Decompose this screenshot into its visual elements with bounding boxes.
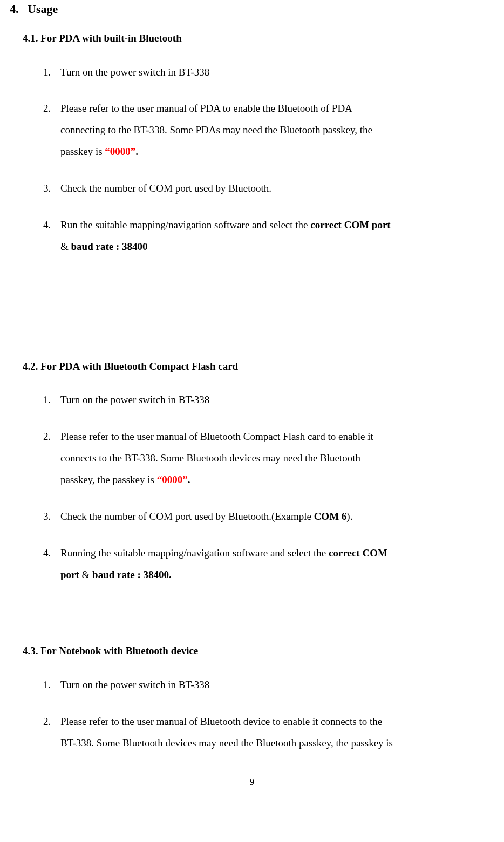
list-item: 1.Turn on the power switch in BT-338 <box>10 62 494 83</box>
com-port-example: COM 6 <box>314 511 347 522</box>
item-number: 1. <box>43 389 56 411</box>
item-text-cont: port & baud rate : 38400. <box>43 564 494 586</box>
section-number: 4. <box>10 2 19 16</box>
baud-rate-label: baud rate : 38400. <box>92 569 172 580</box>
section-heading: 4. Usage <box>10 0 494 18</box>
text: Check the number of COM port used by Blu… <box>60 511 314 522</box>
item-text-cont: passkey is “0000”. <box>43 141 494 162</box>
text: & <box>60 241 71 252</box>
item-number: 1. <box>43 674 56 696</box>
passkey-value: “0000” <box>105 146 135 157</box>
item-text: Running the suitable mapping/navigation … <box>60 547 387 559</box>
section-title: Usage <box>28 2 58 16</box>
item-text-cont: connecting to the BT-338. Some PDAs may … <box>43 119 494 141</box>
text: Running the suitable mapping/navigation … <box>60 547 329 559</box>
item-number: 4. <box>43 542 56 564</box>
com-port-label: correct COM port <box>310 219 390 230</box>
item-text: Check the number of COM port used by Blu… <box>60 511 352 522</box>
text: Run the suitable mapping/navigation soft… <box>60 219 310 230</box>
passkey-value: “0000” <box>157 474 188 485</box>
item-text: Please refer to the user manual of Bluet… <box>60 431 373 442</box>
text: . <box>135 146 138 157</box>
item-text: Check the number of COM port used by Blu… <box>60 182 271 194</box>
list-item: 2.Please refer to the user manual of Blu… <box>10 426 494 491</box>
page-number: 9 <box>10 776 494 789</box>
item-text: Turn on the power switch in BT-338 <box>60 66 209 78</box>
list-item: 3.Check the number of COM port used by B… <box>10 506 494 527</box>
text: passkey, the passkey is <box>60 474 157 485</box>
item-text: Please refer to the user manual of Bluet… <box>60 716 382 727</box>
list-item: 2.Please refer to the user manual of PDA… <box>10 98 494 162</box>
text: ). <box>346 511 352 522</box>
item-text-cont: connects to the BT-338. Some Bluetooth d… <box>43 447 494 469</box>
item-number: 4. <box>43 214 56 236</box>
list-item: 4.Running the suitable mapping/navigatio… <box>10 542 494 586</box>
subsection-4-3-heading: 4.3. For Notebook with Bluetooth device <box>10 643 494 659</box>
com-port-label: correct COM <box>329 547 387 559</box>
subsection-4-1-heading: 4.1. For PDA with built-in Bluetooth <box>10 31 494 46</box>
text: passkey is <box>60 146 105 157</box>
item-text: Turn on the power switch in BT-338 <box>60 394 209 405</box>
item-text-cont: & baud rate : 38400 <box>43 236 494 257</box>
item-number: 2. <box>43 426 56 447</box>
text: & <box>79 569 92 580</box>
item-text: Turn on the power switch in BT-338 <box>60 679 209 690</box>
com-port-label-cont: port <box>60 569 79 580</box>
list-item: 3.Check the number of COM port used by B… <box>10 178 494 199</box>
item-number: 2. <box>43 98 56 119</box>
item-number: 3. <box>43 178 56 199</box>
list-item: 4.Run the suitable mapping/navigation so… <box>10 214 494 257</box>
item-text-cont: passkey, the passkey is “0000”. <box>43 469 494 491</box>
list-item: 1.Turn on the power switch in BT-338 <box>10 389 494 411</box>
item-number: 1. <box>43 62 56 83</box>
baud-rate-label: baud rate : 38400 <box>71 241 148 252</box>
list-item: 1.Turn on the power switch in BT-338 <box>10 674 494 696</box>
list-item: 2.Please refer to the user manual of Blu… <box>10 711 494 754</box>
item-number: 3. <box>43 506 56 527</box>
text: . <box>188 474 190 485</box>
item-text: Please refer to the user manual of PDA t… <box>60 103 352 114</box>
item-text: Run the suitable mapping/navigation soft… <box>60 219 391 230</box>
subsection-4-2-heading: 4.2. For PDA with Bluetooth Compact Flas… <box>10 359 494 375</box>
item-number: 2. <box>43 711 56 732</box>
item-text-cont: BT-338. Some Bluetooth devices may need … <box>43 732 494 754</box>
